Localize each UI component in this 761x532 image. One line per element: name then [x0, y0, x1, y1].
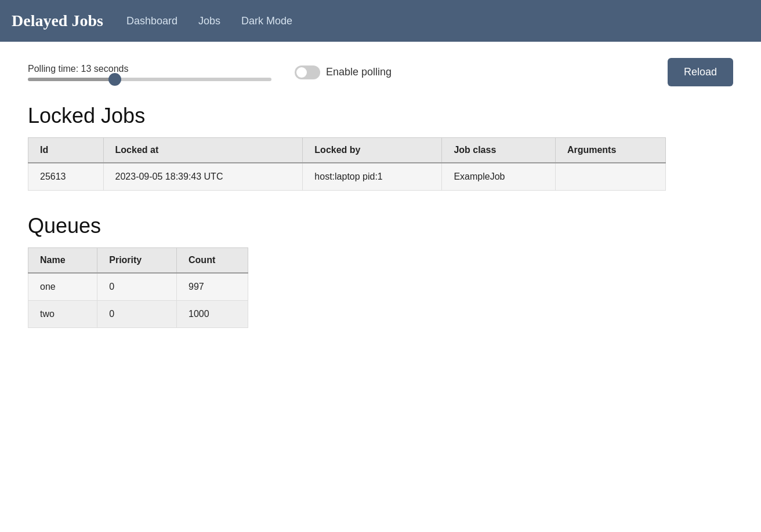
nav-link-dark-mode[interactable]: Dark Mode [238, 13, 296, 30]
locked-jobs-cell-job-class: ExampleJob [442, 163, 556, 191]
queues-title: Queues [28, 214, 733, 238]
queues-cell-name: one [28, 273, 97, 301]
queues-col-name: Name [28, 248, 97, 274]
reload-button[interactable]: Reload [668, 58, 733, 86]
table-row: one 0 997 [28, 273, 248, 301]
locked-jobs-cell-id: 25613 [28, 163, 104, 191]
queues-col-priority: Priority [97, 248, 177, 274]
main-content: Polling time: 13 seconds Enable polling … [0, 42, 761, 367]
locked-jobs-col-id: Id [28, 138, 104, 163]
queues-cell-count: 997 [177, 273, 248, 301]
locked-jobs-col-job-class: Job class [442, 138, 556, 163]
locked-jobs-cell-locked-by: host:laptop pid:1 [303, 163, 442, 191]
locked-jobs-cell-arguments [555, 163, 665, 191]
nav-link-jobs[interactable]: Jobs [195, 13, 224, 30]
polling-time-section: Polling time: 13 seconds [28, 64, 271, 81]
nav-link-dashboard[interactable]: Dashboard [123, 13, 181, 30]
enable-polling-label: Enable polling [326, 66, 392, 78]
queues-cell-priority: 0 [97, 273, 177, 301]
toggle-slider [295, 65, 320, 79]
navbar: Delayed Jobs Dashboard Jobs Dark Mode [0, 0, 761, 42]
queues-cell-priority: 0 [97, 301, 177, 328]
table-row: 25613 2023-09-05 18:39:43 UTC host:lapto… [28, 163, 666, 191]
table-row: two 0 1000 [28, 301, 248, 328]
navbar-brand: Delayed Jobs [12, 12, 103, 30]
polling-slider[interactable] [28, 78, 271, 81]
queues-cell-name: two [28, 301, 97, 328]
queues-table: Name Priority Count one 0 997 two 0 1000 [28, 247, 248, 328]
locked-jobs-title: Locked Jobs [28, 104, 733, 128]
locked-jobs-table: Id Locked at Locked by Job class Argumen… [28, 137, 666, 191]
queues-col-count: Count [177, 248, 248, 274]
polling-toggle[interactable] [295, 65, 320, 79]
queues-cell-count: 1000 [177, 301, 248, 328]
polling-controls: Polling time: 13 seconds Enable polling … [28, 58, 733, 86]
locked-jobs-col-locked-at: Locked at [103, 138, 303, 163]
locked-jobs-col-locked-by: Locked by [303, 138, 442, 163]
locked-jobs-col-arguments: Arguments [555, 138, 665, 163]
locked-jobs-cell-locked-at: 2023-09-05 18:39:43 UTC [103, 163, 303, 191]
enable-polling-section: Enable polling [295, 65, 392, 79]
